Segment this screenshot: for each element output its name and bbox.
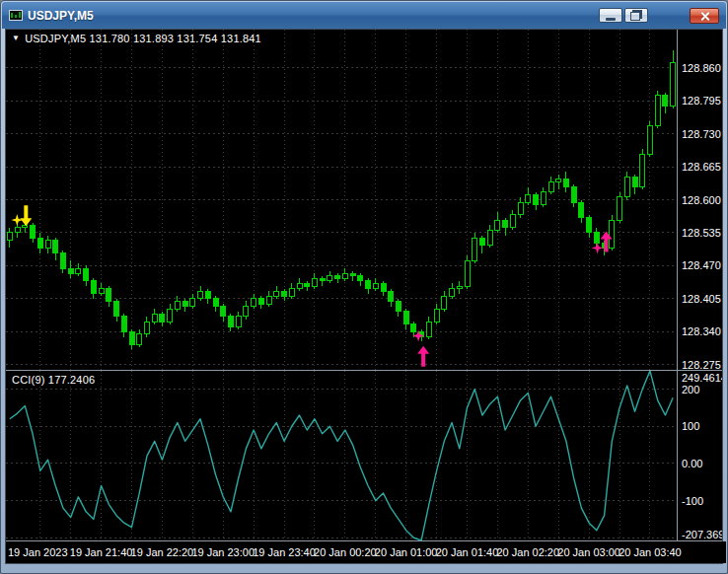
svg-text:128.860: 128.860 — [682, 62, 721, 74]
minimize-button[interactable] — [599, 8, 622, 23]
svg-text:-100: -100 — [682, 495, 703, 507]
cci-plot: 249.46142001000.00-100-207.3698 — [6, 371, 722, 540]
chart-client-area: 128.860128.795128.730128.665128.600128.5… — [5, 29, 723, 564]
svg-text:128.405: 128.405 — [682, 293, 721, 305]
time-axis-labels: 19 Jan 202319 Jan 21:4019 Jan 22:2019 Ja… — [6, 541, 726, 563]
svg-text:20 Jan 01:00: 20 Jan 01:00 — [375, 546, 438, 558]
svg-text:19 Jan 21:40: 19 Jan 21:40 — [70, 546, 133, 558]
candlestick-plot: 128.860128.795128.730128.665128.600128.5… — [6, 30, 722, 370]
svg-text:249.4614: 249.4614 — [682, 372, 722, 384]
main-chart-panel[interactable]: 128.860128.795128.730128.665128.600128.5… — [6, 30, 722, 370]
svg-text:128.665: 128.665 — [682, 161, 721, 173]
svg-text:19 Jan 2023: 19 Jan 2023 — [8, 546, 68, 558]
svg-text:100: 100 — [682, 420, 699, 432]
restore-icon — [630, 12, 640, 21]
restore-button[interactable] — [624, 8, 648, 23]
svg-text:128.470: 128.470 — [682, 259, 721, 271]
svg-text:128.795: 128.795 — [682, 95, 721, 107]
cci-indicator-panel[interactable]: 249.46142001000.00-100-207.3698 CCI(9) 1… — [6, 370, 722, 540]
svg-text:128.535: 128.535 — [682, 227, 721, 239]
close-icon — [699, 11, 710, 22]
chart-window: USDJPY,M5 128.860128.795128.730128.66512… — [0, 0, 728, 574]
svg-text:20 Jan 00:20: 20 Jan 00:20 — [314, 546, 377, 558]
time-axis[interactable]: 19 Jan 202319 Jan 21:4019 Jan 22:2019 Ja… — [6, 540, 722, 563]
svg-text:19 Jan 23:00: 19 Jan 23:00 — [191, 546, 255, 558]
svg-text:200: 200 — [682, 384, 699, 395]
svg-text:20 Jan 03:00: 20 Jan 03:00 — [557, 546, 620, 558]
svg-text:20 Jan 01:40: 20 Jan 01:40 — [436, 546, 499, 558]
svg-text:20 Jan 03:40: 20 Jan 03:40 — [619, 546, 682, 558]
close-button[interactable] — [690, 8, 719, 24]
window-controls — [597, 8, 719, 24]
chart-icon — [9, 10, 23, 21]
svg-text:128.600: 128.600 — [682, 194, 721, 206]
svg-text:19 Jan 23:40: 19 Jan 23:40 — [253, 546, 316, 558]
titlebar-spacer — [648, 8, 688, 9]
svg-text:-207.3698: -207.3698 — [682, 529, 722, 540]
svg-text:0.00: 0.00 — [682, 458, 702, 469]
minimize-icon — [606, 18, 616, 21]
svg-text:128.340: 128.340 — [682, 325, 721, 337]
svg-text:128.275: 128.275 — [682, 359, 721, 370]
svg-text:19 Jan 22:20: 19 Jan 22:20 — [131, 546, 194, 558]
titlebar[interactable]: USDJPY,M5 — [2, 2, 726, 29]
svg-text:20 Jan 02:20: 20 Jan 02:20 — [497, 546, 560, 558]
collapse-triangle-icon[interactable]: ▼ — [12, 35, 20, 42]
svg-text:128.730: 128.730 — [682, 128, 721, 140]
window-title: USDJPY,M5 — [28, 9, 94, 23]
